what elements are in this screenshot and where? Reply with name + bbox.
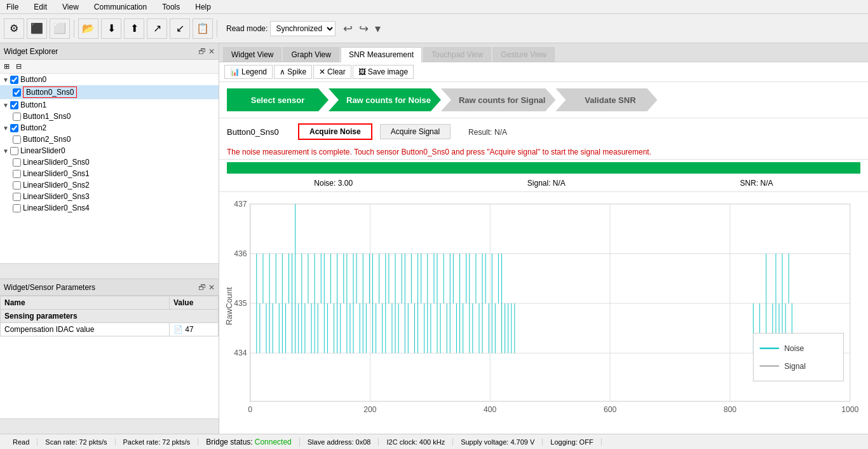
stop-button[interactable]: ⬛: [27, 18, 47, 39]
read-mode-select[interactable]: Synchronized Interrupt: [270, 21, 336, 36]
step-raw-noise[interactable]: Raw counts for Noise: [329, 88, 441, 111]
close-panel-button[interactable]: ✕: [208, 47, 215, 56]
label-button0-sns0: Button0_Sns0: [23, 86, 77, 98]
acquire-signal-button[interactable]: Acquire Signal: [380, 124, 451, 139]
menu-file[interactable]: File: [3, 1, 22, 13]
collapse-all-button[interactable]: ⊟: [13, 61, 24, 72]
menu-bar: File Edit View Communication Tools Help: [0, 0, 868, 14]
tree-item-button1-sns0[interactable]: Button1_Sns0: [0, 111, 219, 122]
right-panel: Widget View Graph View SNR Measurement T…: [219, 43, 868, 434]
checkbox-button2[interactable]: [10, 124, 18, 132]
svg-text:1000: 1000: [841, 405, 858, 414]
save-image-button[interactable]: 🖼 Save image: [353, 65, 414, 79]
clear-button[interactable]: ✕ Clear: [313, 65, 351, 79]
tree-item-ls0-sns1[interactable]: LinearSlider0_Sns1: [0, 168, 219, 179]
tree-item-ls0-sns0[interactable]: LinearSlider0_Sns0: [0, 156, 219, 168]
step-raw-signal[interactable]: Raw counts for Signal: [441, 88, 556, 111]
legend-label: Legend: [241, 67, 267, 76]
params-title: Widget/Sensor Parameters: [4, 283, 95, 292]
svg-text:RawCount: RawCount: [225, 287, 234, 325]
up-button[interactable]: ⬆: [124, 18, 144, 39]
undo-redo-group: ↩ ↪ ▾: [341, 20, 383, 37]
checkbox-button0-sns0[interactable]: [13, 88, 21, 97]
checkbox-button1[interactable]: [10, 101, 18, 109]
redo-button[interactable]: ↪: [356, 20, 371, 37]
menu-communication[interactable]: Communication: [90, 1, 151, 13]
chevron-button1: ▼: [3, 102, 9, 109]
step-select-sensor[interactable]: Select sensor: [227, 88, 329, 111]
label-button2-sns0: Button2_Sns0: [23, 135, 71, 144]
tree-item-linearslider0[interactable]: ▼ LinearSlider0: [0, 145, 219, 156]
params-controls: 🗗 ✕: [198, 283, 215, 292]
label-button2: Button2: [20, 123, 46, 132]
params-table: Name Value Sensing parameters Compensati…: [0, 296, 219, 336]
checkbox-ls0-sns0[interactable]: [13, 158, 21, 167]
checkbox-button2-sns0[interactable]: [13, 135, 21, 144]
chevron-linearslider0: ▼: [3, 148, 9, 155]
widget-explorer-tree: ⊞ ⊟ ▼ Button0 Button0_Sns0 ▼ Button1: [0, 60, 219, 263]
open-button[interactable]: 📂: [78, 18, 98, 39]
tab-widget-view[interactable]: Widget View: [223, 47, 281, 62]
redo-arrow[interactable]: ▾: [372, 20, 383, 37]
bridge-label: Bridge status:: [206, 438, 252, 446]
tree-item-ls0-sns4[interactable]: LinearSlider0_Sns4: [0, 202, 219, 214]
svg-text:436: 436: [234, 249, 247, 258]
param-val-idac: 47: [185, 325, 193, 334]
tab-graph-view[interactable]: Graph View: [283, 47, 339, 62]
checkbox-button1-sns0[interactable]: [13, 113, 21, 121]
tree-item-ls0-sns3[interactable]: LinearSlider0_Sns3: [0, 191, 219, 202]
spike-button[interactable]: ∧ Spike: [274, 65, 312, 79]
label-ls0-sns4: LinearSlider0_Sns4: [23, 204, 90, 212]
checkbox-linearslider0[interactable]: [10, 147, 18, 155]
checkbox-ls0-sns1[interactable]: [13, 170, 21, 178]
params-close-button[interactable]: ✕: [208, 283, 215, 292]
signal-value: N/A: [553, 179, 566, 188]
clear-icon: ✕: [319, 67, 325, 76]
menu-view[interactable]: View: [58, 1, 83, 13]
spike-icon: ∧: [280, 67, 285, 76]
result-text: Result: N/A: [468, 127, 507, 137]
signal-label: Signal:: [527, 179, 551, 188]
metrics-row: Noise: 3.00 Signal: N/A SNR: N/A: [227, 177, 860, 189]
import-button[interactable]: ↙: [170, 18, 190, 39]
menu-edit[interactable]: Edit: [30, 1, 51, 13]
checkbox-ls0-sns2[interactable]: [13, 181, 21, 190]
tab-gesture-view: Gesture View: [492, 47, 555, 62]
undo-button[interactable]: ↩: [341, 20, 355, 37]
tree-item-button0[interactable]: ▼ Button0: [0, 74, 219, 85]
tree-item-ls0-sns2[interactable]: LinearSlider0_Sns2: [0, 179, 219, 191]
svg-text:400: 400: [484, 405, 496, 414]
steps-bar: Select sensor Raw counts for Noise Raw c…: [219, 82, 868, 118]
settings-button[interactable]: ⚙: [4, 18, 24, 39]
checkbox-button0[interactable]: [10, 76, 18, 84]
svg-rect-114: [753, 333, 843, 381]
menu-tools[interactable]: Tools: [158, 1, 184, 13]
tab-snr-measurement[interactable]: SNR Measurement: [341, 47, 422, 62]
acquire-noise-button[interactable]: Acquire Noise: [298, 123, 372, 140]
tree-item-button1[interactable]: ▼ Button1: [0, 99, 219, 111]
progress-bar: [227, 162, 860, 174]
tree-item-button0-sns0[interactable]: Button0_Sns0: [0, 85, 219, 99]
left-panel: Widget Explorer 🗗 ✕ ⊞ ⊟ ▼ Button0 Butt: [0, 43, 219, 434]
params-restore-button[interactable]: 🗗: [198, 283, 206, 292]
expand-all-button[interactable]: ⊞: [1, 61, 12, 72]
tree-item-button2-sns0[interactable]: Button2_Sns0: [0, 134, 219, 145]
pause-button[interactable]: ⬜: [50, 18, 70, 39]
menu-help[interactable]: Help: [191, 1, 215, 13]
separator2: [217, 20, 217, 38]
legend-button[interactable]: 📊 Legend: [224, 65, 273, 79]
restore-button[interactable]: 🗗: [198, 47, 206, 56]
svg-text:600: 600: [604, 405, 616, 414]
main-layout: Widget Explorer 🗗 ✕ ⊞ ⊟ ▼ Button0 Butt: [0, 43, 868, 434]
svg-text:200: 200: [363, 405, 376, 414]
chart-area: 437 436 435 434 0 200 400 600 800 1000 R…: [219, 192, 868, 434]
checkbox-ls0-sns3[interactable]: [13, 193, 21, 201]
step-validate-snr[interactable]: Validate SNR: [555, 88, 657, 111]
report-button[interactable]: 📋: [193, 18, 213, 39]
tree-item-button2[interactable]: ▼ Button2: [0, 122, 219, 134]
checkbox-ls0-sns4[interactable]: [13, 204, 21, 212]
tree-scrollbar[interactable]: [0, 263, 219, 279]
svg-text:437: 437: [234, 200, 247, 209]
export-button[interactable]: ↗: [147, 18, 167, 39]
down-button[interactable]: ⬇: [101, 18, 121, 39]
